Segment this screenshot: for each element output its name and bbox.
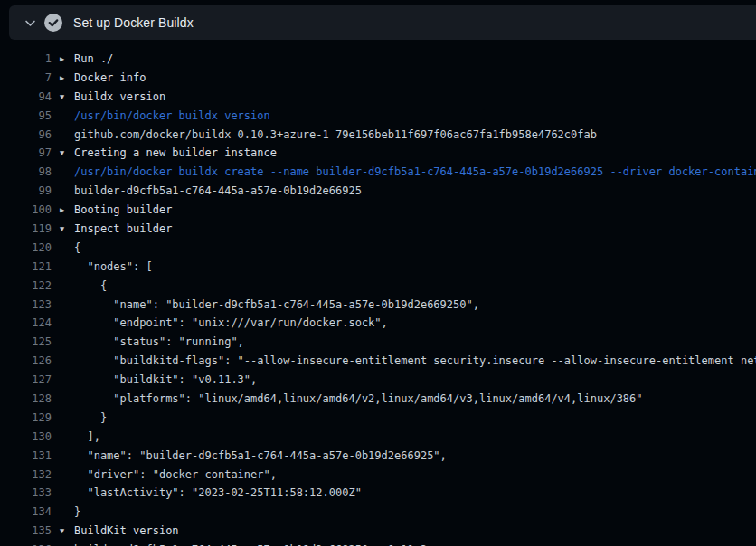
line-number[interactable]: 97 xyxy=(11,144,52,163)
line-number[interactable]: 134 xyxy=(11,503,52,522)
check-circle-icon xyxy=(36,14,62,32)
marker-spacer xyxy=(60,277,71,296)
log-line: 134 } xyxy=(0,503,756,522)
log-line: 133 "lastActivity": "2023-02-25T11:58:12… xyxy=(0,484,756,503)
log-line: 126 "buildkitd-flags": "--allow-insecure… xyxy=(0,352,756,371)
line-text: "status": "running", xyxy=(74,333,244,352)
log-line[interactable]: 94 ▼ Buildx version xyxy=(0,88,756,107)
line-text: Docker info xyxy=(74,69,146,88)
line-text: /usr/bin/docker buildx version xyxy=(74,107,270,126)
marker-spacer xyxy=(60,314,71,333)
marker-spacer xyxy=(60,182,71,201)
marker-spacer xyxy=(60,296,71,315)
line-text: "nodes": [ xyxy=(74,258,153,277)
log-line: 127 "buildkit": "v0.11.3", xyxy=(0,371,756,390)
marker-spacer xyxy=(60,503,71,522)
line-text: BuildKit version xyxy=(74,522,179,541)
line-text: "name": "builder-d9cfb5a1-c764-445a-a57e… xyxy=(74,447,447,466)
line-text: Booting builder xyxy=(74,201,172,220)
step-header[interactable]: Set up Docker Buildx xyxy=(9,5,756,40)
marker-spacer xyxy=(60,390,71,409)
marker-spacer xyxy=(60,352,71,371)
line-number[interactable]: 119 xyxy=(11,220,52,239)
line-number[interactable]: 123 xyxy=(11,296,52,315)
line-number[interactable]: 120 xyxy=(11,239,52,258)
line-number[interactable]: 133 xyxy=(11,484,52,503)
log-line: 96 github.com/docker/buildx 0.10.3+azure… xyxy=(0,126,756,145)
line-number[interactable]: 95 xyxy=(11,107,52,126)
line-number[interactable]: 124 xyxy=(11,314,52,333)
line-number[interactable]: 132 xyxy=(11,466,52,485)
log-line: 132 "driver": "docker-container", xyxy=(0,466,756,485)
marker-spacer xyxy=(60,107,71,126)
log-line: 98 /usr/bin/docker buildx create --name … xyxy=(0,163,756,182)
line-text: Run ./ xyxy=(74,50,113,69)
line-number[interactable]: 127 xyxy=(11,371,52,390)
marker-spacer xyxy=(60,126,71,145)
line-number[interactable]: 94 xyxy=(11,88,52,107)
line-number[interactable]: 136 xyxy=(11,541,52,546)
group-collapse-icon: ▼ xyxy=(60,144,71,163)
line-number[interactable]: 100 xyxy=(11,201,52,220)
marker-spacer xyxy=(60,541,71,546)
log-line: 131 "name": "builder-d9cfb5a1-c764-445a-… xyxy=(0,447,756,466)
line-number[interactable]: 98 xyxy=(11,163,52,182)
group-expand-icon: ▶ xyxy=(60,50,71,69)
line-text: Buildx version xyxy=(74,88,165,107)
line-text: github.com/docker/buildx 0.10.3+azure-1 … xyxy=(74,126,597,145)
log-line: 129 } xyxy=(0,409,756,428)
line-number[interactable]: 1 xyxy=(11,50,52,69)
line-number[interactable]: 99 xyxy=(11,182,52,201)
log-line: 128 "platforms": "linux/amd64,linux/amd6… xyxy=(0,390,756,409)
line-number[interactable]: 130 xyxy=(11,428,52,447)
group-collapse-icon: ▼ xyxy=(60,88,71,107)
line-text: "endpoint": "unix:///var/run/docker.sock… xyxy=(74,314,388,333)
log-line: 124 "endpoint": "unix:///var/run/docker.… xyxy=(0,314,756,333)
group-expand-icon: ▶ xyxy=(60,201,71,220)
log-line[interactable]: 7 ▶ Docker info xyxy=(0,69,756,88)
log-line[interactable]: 119 ▼ Inspect builder xyxy=(0,220,756,239)
chevron-down-icon xyxy=(24,17,36,29)
line-number[interactable]: 126 xyxy=(11,352,52,371)
line-number[interactable]: 131 xyxy=(11,447,52,466)
log-line: 130 ], xyxy=(0,428,756,447)
line-text: "name": "builder-d9cfb5a1-c764-445a-a57e… xyxy=(74,296,479,315)
line-number[interactable]: 122 xyxy=(11,277,52,296)
log-line: 123 "name": "builder-d9cfb5a1-c764-445a-… xyxy=(0,296,756,315)
line-text: { xyxy=(74,277,107,296)
group-expand-icon: ▶ xyxy=(60,69,71,88)
log-line[interactable]: 97 ▼ Creating a new builder instance xyxy=(0,144,756,163)
marker-spacer xyxy=(60,163,71,182)
line-number[interactable]: 121 xyxy=(11,258,52,277)
log-viewer: 1 ▶ Run ./ 7 ▶ Docker info 94 ▼ Buildx v… xyxy=(0,41,756,546)
marker-spacer xyxy=(60,333,71,352)
line-text: Creating a new builder instance xyxy=(74,144,277,163)
line-number[interactable]: 128 xyxy=(11,390,52,409)
log-line[interactable]: 135 ▼ BuildKit version xyxy=(0,522,756,541)
log-line: 121 "nodes": [ xyxy=(0,258,756,277)
line-text: } xyxy=(74,503,80,522)
log-line: 136 builder-d9cfb5a1-c764-445a-a57e-0b19… xyxy=(0,541,756,546)
line-text: "lastActivity": "2023-02-25T11:58:12.000… xyxy=(74,484,362,503)
line-number[interactable]: 96 xyxy=(11,126,52,145)
log-line[interactable]: 1 ▶ Run ./ xyxy=(0,50,756,69)
log-line: 95 /usr/bin/docker buildx version xyxy=(0,107,756,126)
line-number[interactable]: 129 xyxy=(11,409,52,428)
group-collapse-icon: ▼ xyxy=(60,522,71,541)
line-text: "driver": "docker-container", xyxy=(74,466,277,485)
marker-spacer xyxy=(60,409,71,428)
line-text: builder-d9cfb5a1-c764-445a-a57e-0b19d2e6… xyxy=(74,182,362,201)
line-text: } xyxy=(74,409,107,428)
line-text: "platforms": "linux/amd64,linux/amd64/v2… xyxy=(74,390,643,409)
line-text: { xyxy=(74,239,80,258)
line-number[interactable]: 125 xyxy=(11,333,52,352)
log-line: 120 { xyxy=(0,239,756,258)
line-number[interactable]: 7 xyxy=(11,69,52,88)
line-text: Inspect builder xyxy=(74,220,172,239)
marker-spacer xyxy=(60,239,71,258)
line-number[interactable]: 135 xyxy=(11,522,52,541)
log-line[interactable]: 100 ▶ Booting builder xyxy=(0,201,756,220)
marker-spacer xyxy=(60,466,71,485)
line-text: "buildkit": "v0.11.3", xyxy=(74,371,257,390)
step-title: Set up Docker Buildx xyxy=(73,15,194,30)
